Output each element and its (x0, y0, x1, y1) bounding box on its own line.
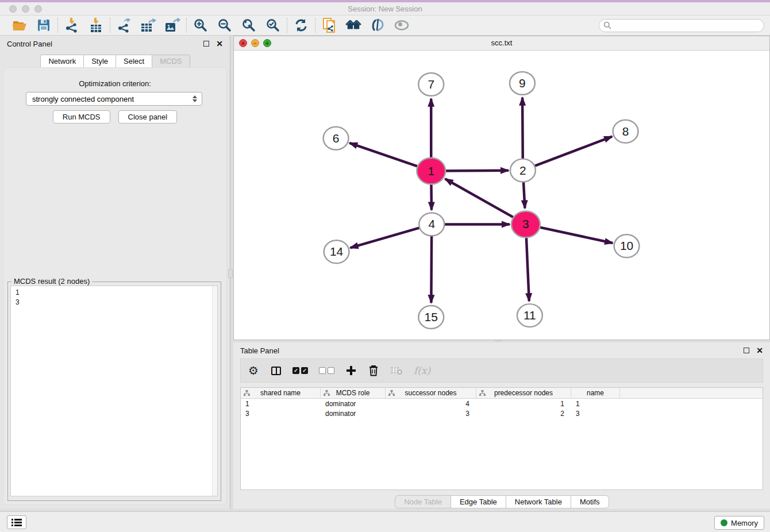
show-columns-icon[interactable] (270, 364, 282, 377)
column-header-shared-name[interactable]: shared name (241, 388, 321, 398)
table-settings-gear-icon[interactable]: ⚙ (248, 364, 259, 377)
tab-motifs[interactable]: Motifs (571, 495, 609, 508)
node-15[interactable]: 15 (418, 306, 444, 329)
select-all-columns-icon[interactable]: ✓✓ (292, 364, 308, 377)
zoom-selected-icon[interactable] (265, 17, 281, 33)
save-session-icon[interactable] (36, 17, 52, 33)
search-input[interactable] (614, 20, 764, 31)
column-label: name (587, 389, 604, 397)
control-tab-style[interactable]: Style (83, 55, 116, 68)
column-header-name[interactable]: name (571, 388, 620, 398)
node-table[interactable]: shared nameMCDS rolesuccessor nodesprede… (240, 387, 763, 490)
control-tab-mcds[interactable]: MCDS (152, 55, 190, 68)
node-label: 15 (425, 310, 438, 323)
node-label: 9 (519, 76, 526, 90)
zoom-in-icon[interactable] (192, 17, 209, 33)
table-panel: Table Panel ✕ ⚙ ✓✓ f(x) shared nameMCDS … (233, 342, 770, 509)
memory-button[interactable]: Memory (714, 516, 764, 530)
node-6[interactable]: 6 (324, 127, 349, 150)
network-canvas[interactable]: 7968124314101511 (234, 51, 769, 340)
float-panel-icon[interactable] (203, 41, 209, 47)
import-table-icon[interactable] (88, 17, 104, 33)
table-cell[interactable]: 3 (241, 410, 321, 418)
close-table-panel-icon[interactable]: ✕ (756, 346, 763, 354)
node-1[interactable]: 1 (417, 158, 445, 184)
duplicate-network-icon[interactable] (321, 17, 337, 33)
run-mcds-button[interactable]: Run MCDS (53, 110, 110, 124)
node-10[interactable]: 10 (614, 234, 640, 257)
column-header-MCDS-role[interactable]: MCDS role (321, 388, 386, 398)
table-cell[interactable]: 1 (476, 400, 571, 408)
float-table-panel-icon[interactable] (744, 348, 749, 353)
column-label: shared name (260, 389, 301, 397)
node-label: 11 (523, 309, 536, 322)
node-2[interactable]: 2 (510, 159, 536, 182)
search-field[interactable] (599, 19, 764, 32)
table-cell[interactable]: 1 (571, 400, 620, 408)
node-label: 10 (620, 239, 633, 252)
column-header-successor-nodes[interactable]: successor nodes (386, 388, 476, 398)
control-panel: Control Panel ✕ NetworkStyleSelectMCDS O… (0, 36, 230, 509)
network-window-title: scc.txt (234, 38, 769, 47)
control-tab-network[interactable]: Network (40, 55, 84, 68)
delete-column-icon[interactable] (368, 364, 379, 377)
export-image-icon[interactable] (164, 17, 180, 33)
network-graph[interactable]: 7968124314101511 (234, 51, 769, 340)
zoom-fit-icon[interactable] (241, 17, 257, 33)
tab-network-table[interactable]: Network Table (506, 495, 571, 508)
control-tab-select[interactable]: Select (116, 55, 152, 68)
search-icon (603, 21, 611, 29)
table-cell[interactable]: 2 (476, 410, 571, 418)
table-cell[interactable]: 3 (386, 410, 476, 418)
visual-style-icon[interactable] (369, 17, 386, 33)
mcds-result-textarea[interactable]: 1 3 (10, 286, 218, 496)
mcds-result-group: MCDS result (2 nodes) 1 3 (7, 282, 221, 501)
column-type-icon (388, 390, 395, 396)
status-bar: Memory (0, 511, 770, 532)
node-table-rows: 1dominator4113dominator323 (241, 399, 763, 418)
column-header-predecessor-nodes[interactable]: predecessor nodes (476, 388, 571, 398)
vertical-splitter-handle[interactable] (228, 269, 233, 278)
node-3[interactable]: 3 (511, 211, 540, 237)
node-11[interactable]: 11 (517, 304, 542, 327)
task-history-button[interactable] (7, 515, 26, 529)
table-cell[interactable]: dominator (321, 410, 386, 418)
table-cell[interactable]: 3 (571, 410, 620, 418)
close-panel-button[interactable]: Close panel (118, 110, 178, 124)
result-scrollbar[interactable] (212, 286, 217, 496)
zoom-out-icon[interactable] (217, 17, 233, 33)
main-titlebar: Session: New Session (0, 2, 770, 16)
node-4[interactable]: 4 (419, 213, 444, 236)
table-cell[interactable]: 4 (386, 400, 476, 408)
table-cell[interactable]: dominator (321, 400, 386, 408)
node-9[interactable]: 9 (510, 72, 535, 95)
node-label: 4 (428, 217, 435, 230)
import-network-icon[interactable] (64, 17, 80, 33)
table-toolbar: ⚙ ✓✓ f(x) (240, 358, 763, 383)
node-label: 14 (330, 245, 344, 258)
open-session-icon[interactable] (11, 17, 28, 33)
node-7[interactable]: 7 (418, 73, 444, 96)
edge-2-8[interactable] (523, 137, 612, 171)
node-8[interactable]: 8 (613, 120, 638, 143)
tab-node-table[interactable]: Node Table (395, 495, 451, 508)
table-cell[interactable]: 1 (241, 400, 321, 408)
tab-edge-table[interactable]: Edge Table (451, 495, 506, 508)
network-window-titlebar[interactable]: × − + scc.txt (234, 36, 769, 51)
deselect-all-columns-icon[interactable] (319, 364, 334, 377)
home-layout-icon[interactable] (345, 17, 361, 33)
table-row[interactable]: 3dominator323 (241, 408, 763, 418)
export-table-icon[interactable] (140, 17, 156, 33)
optimization-criterion-select[interactable]: strongly connected component (26, 92, 202, 106)
node-label: 7 (428, 78, 434, 91)
window-title: Session: New Session (0, 5, 770, 13)
table-row[interactable]: 1dominator411 (241, 399, 763, 408)
refresh-icon[interactable] (293, 17, 309, 33)
export-network-icon[interactable] (116, 17, 132, 33)
table-panel-title: Table Panel (240, 346, 279, 355)
mcds-result-values: 1 3 (11, 286, 217, 309)
table-panel-header: Table Panel ✕ (233, 342, 770, 358)
node-14[interactable]: 14 (324, 240, 349, 263)
add-column-icon[interactable] (345, 364, 357, 377)
close-panel-icon[interactable]: ✕ (216, 40, 223, 48)
